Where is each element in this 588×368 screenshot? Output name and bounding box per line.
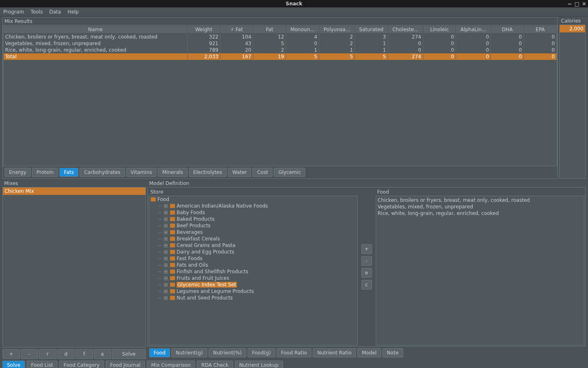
tree-root[interactable]: Food [149,196,357,203]
tree-item[interactable]: +Legumes and Legume Products [149,288,357,295]
minimize-icon[interactable]: − [568,1,572,7]
maximize-icon[interactable]: □ [574,1,579,7]
tab-foodg[interactable]: Food(g) [247,348,275,357]
tab-nutrient[interactable]: Nutrient(%) [209,348,246,357]
mix-btn-a[interactable]: a [94,349,111,359]
expand-icon[interactable]: + [164,283,168,287]
tab-carbohydrates[interactable]: Carbohydrates [79,168,125,177]
tab-model[interactable]: Model [357,348,381,357]
list-item[interactable]: Vegetables, mixed, frozen, unprepared [377,203,583,210]
tab-note[interactable]: Note [382,348,403,357]
folder-icon [151,197,156,201]
expand-icon[interactable]: + [164,250,168,254]
tab-glycemic[interactable]: Glycemic [274,168,305,177]
expand-icon[interactable]: + [164,257,168,261]
tab-protein[interactable]: Protein [32,168,58,177]
column-header[interactable]: Linoleic [423,26,456,34]
column-header[interactable]: AlphaLin... [456,26,491,34]
expand-icon[interactable]: + [164,217,168,221]
tree-item[interactable]: +Fruits and Fruit Juices [149,275,357,281]
tab-minerals[interactable]: Minerals [158,168,188,177]
transfer-btn-c[interactable]: c [361,280,372,290]
tab-nutrientratio[interactable]: Nutrient Ratio [313,348,356,357]
main-tab-food-list[interactable]: Food List [27,361,58,368]
column-header[interactable]: Choleste... [388,26,423,34]
close-icon[interactable]: ✕ [582,1,586,7]
column-header[interactable]: Polyunsa... [319,26,355,34]
tree-item[interactable]: +Baked Products [149,216,357,222]
column-header[interactable]: EPA [524,26,556,34]
tree-item[interactable]: +Glycemic Index Test Set [149,281,357,288]
mix-btn-r[interactable]: r [39,349,57,359]
menu-tools[interactable]: Tools [31,9,43,15]
table-row[interactable]: Total2,033167195552740000 [4,53,557,60]
expand-icon[interactable]: + [164,237,168,241]
tree-item[interactable]: +American Indian/Alaska Native Foods [149,203,357,209]
tree-item[interactable]: +Dairy and Egg Products [149,249,357,255]
menu-data[interactable]: Data [49,9,61,15]
expand-icon[interactable]: + [164,290,168,293]
tab-energy[interactable]: Energy [5,168,31,177]
tab-electrolytes[interactable]: Electrolytes [189,168,227,177]
tree-item[interactable]: +Beverages [149,229,357,235]
tree-item[interactable]: +Baby Foods [149,209,357,216]
expand-icon[interactable]: + [164,277,168,280]
main-tab-rda-check[interactable]: RDA Check [197,361,233,368]
expand-icon[interactable]: + [164,263,168,267]
main-tab-nutrient-lookup[interactable]: Nutrient Lookup [235,361,283,368]
expand-icon[interactable]: + [164,296,168,300]
expand-icon[interactable]: + [164,224,168,228]
result-tabs: EnergyProteinFatsCarbohydratesVitaminsMi… [3,166,557,178]
tree-item[interactable]: +Beef Products [149,222,357,229]
menu-program[interactable]: Program [3,9,24,15]
column-header[interactable]: Saturated [355,26,388,34]
expand-icon[interactable]: + [164,211,168,215]
list-item[interactable]: Chicken Mix [3,187,145,195]
mix-btn-+[interactable]: + [2,349,20,359]
tree-item[interactable]: +Nut and Seed Products [149,295,357,301]
column-header[interactable]: Monoun... [286,26,319,34]
expand-icon[interactable]: + [164,231,168,234]
main-tab-food-category[interactable]: Food Category [59,361,104,368]
tree-item[interactable]: +Cereal Grains and Pasta [149,242,357,249]
tab-foodratio[interactable]: Food Ratio [277,348,311,357]
expand-icon[interactable]: + [164,204,168,208]
main-tab-food-journal[interactable]: Food Journal [106,361,145,368]
store-tree[interactable]: Food+American Indian/Alaska Native Foods… [149,196,358,345]
column-header[interactable]: ⚡ Fat [220,26,253,34]
expand-icon[interactable]: + [164,244,168,247]
menu-help[interactable]: Help [68,9,79,15]
table-row[interactable]: Vegetables, mixed, frozen, unprepared921… [4,40,557,47]
tab-water[interactable]: Water [228,168,251,177]
mix-btn--[interactable]: - [21,349,39,359]
mix-btn-solve[interactable]: Solve [112,349,146,359]
column-header[interactable]: DHA [491,26,524,34]
table-row[interactable]: Chicken, broilers or fryers, breast, mea… [4,34,557,41]
transfer-btn--[interactable]: - [361,256,372,266]
tab-fats[interactable]: Fats [59,168,78,177]
main-tab-solve[interactable]: Solve [2,361,25,368]
transfer-btn-+[interactable]: + [361,244,372,254]
mix-btn-d[interactable]: d [57,349,75,359]
mix-btn-f[interactable]: f [75,349,93,359]
tab-food[interactable]: Food [149,348,170,357]
column-header[interactable]: Name [4,26,188,34]
tree-item[interactable]: +Fats and Oils [149,262,357,268]
list-item[interactable]: Rice, white, long-grain, regular, enrich… [377,210,583,217]
mix-results-table[interactable]: NameWeight⚡ FatFatMonoun...Polyunsa...Sa… [3,25,557,166]
expand-icon[interactable]: + [164,270,168,274]
food-list[interactable]: Chicken, broilers or fryers, breast, mea… [376,196,585,345]
tab-nutrientg[interactable]: Nutrient(g) [171,348,207,357]
mixes-list[interactable]: Chicken Mix [2,187,146,347]
transfer-btn-e[interactable]: e [361,268,372,278]
tree-item[interactable]: +Finfish and Shellfish Products [149,268,357,275]
tab-vitamins[interactable]: Vitamins [126,168,157,177]
tree-item[interactable]: +Fast Foods [149,255,357,262]
list-item[interactable]: Chicken, broilers or fryers, breast, mea… [377,197,583,203]
table-row[interactable]: Rice, white, long-grain, regular, enrich… [4,47,557,53]
column-header[interactable]: Fat [253,26,286,34]
tree-item[interactable]: +Breakfast Cereals [149,235,357,242]
tab-cost[interactable]: Cost [252,168,272,177]
column-header[interactable]: Weight [187,26,220,34]
main-tab-mix-comparison[interactable]: Mix Comparison [147,361,195,368]
